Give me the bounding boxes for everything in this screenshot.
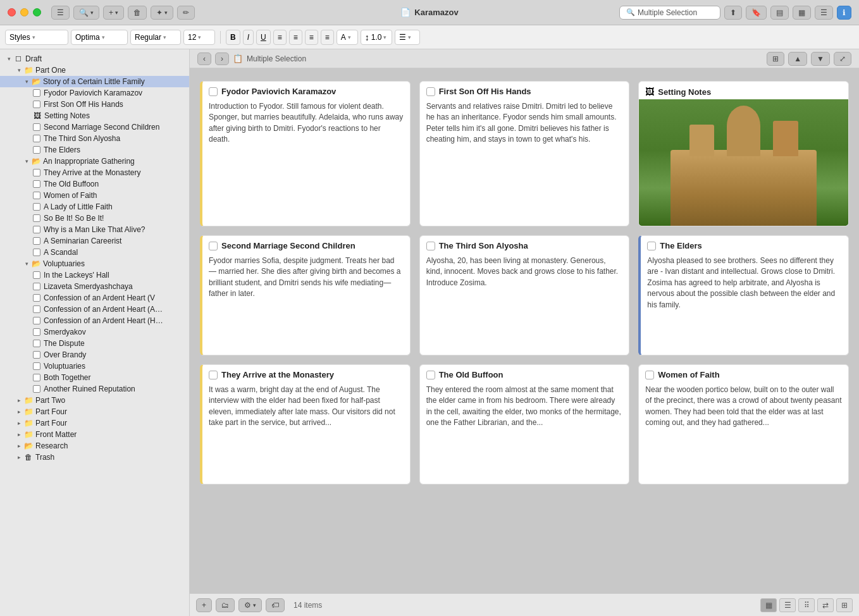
sidebar-item-setting-notes[interactable]: 🖼 Setting Notes [0, 110, 189, 121]
view-btn-corkboard[interactable]: ⊞ [836, 598, 853, 612]
line-height-select[interactable]: ↕ 1.0 ▾ [361, 30, 392, 45]
card-first-son-checkbox[interactable] [426, 87, 435, 96]
format-button[interactable]: ✦ ▾ [151, 6, 173, 20]
sidebar-item-both-together[interactable]: Both Together [0, 372, 189, 383]
add-folder-button[interactable]: 🗂 [216, 598, 235, 612]
align-left-button[interactable]: ≡ [273, 30, 287, 45]
sidebar-icon: ☰ [57, 8, 64, 17]
sidebar-item-second-marriage[interactable]: Second Marriage Second Children [0, 121, 189, 133]
sidebar-item-scandal[interactable]: A Scandal [0, 247, 189, 258]
sidebar-item-lizaveta[interactable]: Lizaveta Smerdyashchaya [0, 281, 189, 292]
align-justify-button[interactable]: ≡ [321, 30, 334, 45]
nav-back-button[interactable]: ‹ [197, 52, 211, 65]
sidebar-item-they-arrive[interactable]: They Arrive at the Monastery [0, 167, 189, 178]
sidebar-item-research[interactable]: ▸ 📂 Research [0, 440, 189, 452]
card-setting-image [639, 99, 848, 226]
minimize-button[interactable] [20, 8, 28, 16]
search-icon: 🔍 [79, 8, 89, 17]
sidebar-item-label: Another Ruined Reputation [44, 385, 135, 393]
sidebar-item-the-elders[interactable]: The Elders [0, 144, 189, 156]
card-women-faith-checkbox[interactable] [645, 371, 654, 379]
sidebar-item-dispute[interactable]: The Dispute [0, 338, 189, 349]
sidebar-item-seminarian[interactable]: A Seminarian Careerist [0, 235, 189, 247]
view-options-button[interactable]: ⊞ [767, 52, 784, 66]
view-toggle-button[interactable]: ▤ [770, 6, 789, 20]
sidebar-item-why-man[interactable]: Why is a Man Like That Alive? [0, 224, 189, 235]
sidebar-item-so-be-it[interactable]: So Be It! So Be It! [0, 213, 189, 224]
share-button[interactable]: ⬆ [724, 6, 742, 20]
bold-button[interactable]: B [226, 30, 240, 45]
sidebar-item-confession1[interactable]: Confession of an Ardent Heart (V [0, 292, 189, 304]
sidebar-item-label: Over Brandy [44, 350, 86, 359]
list-style-select[interactable]: ☰ ▾ [395, 30, 420, 45]
search-button[interactable]: 🔍 ▾ [73, 6, 99, 20]
card-women-faith-body: Near the wooden portico below, built on … [639, 382, 848, 484]
size-select[interactable]: 12 ▾ [183, 30, 215, 45]
sidebar-item-draft[interactable]: ▾ ☐ Draft [0, 53, 189, 65]
view-btn-list[interactable]: ☰ [779, 598, 796, 612]
tag-button[interactable]: 🏷 [266, 598, 285, 612]
view-btn-grid[interactable]: ▦ [760, 598, 777, 612]
sidebar-item-voluptuaries-folder[interactable]: ▾ 📂 Voluptuaries [0, 258, 189, 269]
sidebar-item-part-four[interactable]: ▸ 📁 Part Four [0, 417, 189, 429]
content-area: Fyodor Paviovich Karamazov Introduction … [190, 68, 859, 593]
sidebar-item-another-ruined[interactable]: Another Ruined Reputation [0, 383, 189, 395]
sort-up-button[interactable]: ▲ [788, 52, 807, 66]
sidebar-item-third-son[interactable]: The Third Son Alyosha [0, 133, 189, 144]
sidebar-item-front-matter[interactable]: ▸ 📁 Front Matter [0, 429, 189, 440]
card-old-buffoon-checkbox[interactable] [426, 371, 435, 379]
research-toggle-icon: ▸ [15, 442, 23, 450]
card-they-arrive-checkbox[interactable] [209, 371, 218, 379]
align-center-button[interactable]: ≡ [289, 30, 302, 45]
sidebar-item-part-three[interactable]: ▸ 📁 Part Four [0, 406, 189, 417]
sidebar-item-confession3[interactable]: Confession of an Ardent Heart (H… [0, 315, 189, 326]
edit-button[interactable]: ✏ [177, 6, 195, 20]
view-btn-split[interactable]: ⇄ [817, 598, 834, 612]
weight-select[interactable]: Regular ▾ [130, 30, 181, 45]
sort-down-button[interactable]: ▼ [811, 52, 830, 66]
settings-btn[interactable]: ⚙ ▾ [238, 598, 262, 612]
close-button[interactable] [8, 8, 16, 16]
sidebar-item-label: Front Matter [35, 430, 77, 439]
sidebar-item-label: Voluptuaries [44, 362, 85, 371]
card-second-marriage-checkbox[interactable] [209, 242, 218, 250]
sidebar-item-inappropriate[interactable]: ▾ 📂 An Inappropriate Gathering [0, 156, 189, 167]
sidebar-item-part-one[interactable]: ▾ 📁 Part One [0, 65, 189, 76]
sidebar-toggle-button[interactable]: ☰ [51, 6, 70, 20]
sidebar-item-part-two[interactable]: ▸ 📁 Part Two [0, 395, 189, 406]
sidebar-item-lady-faith[interactable]: A Lady of Little Faith [0, 201, 189, 213]
view-btn-outline[interactable]: ⠿ [798, 598, 815, 612]
add-button[interactable]: + ▾ [103, 6, 124, 20]
grid-view-button[interactable]: ▦ [793, 6, 811, 20]
bookmark-button[interactable]: 🔖 [746, 6, 767, 20]
sidebar-item-smerdyakov[interactable]: Smerdyakov [0, 326, 189, 338]
sidebar-item-brandy[interactable]: Over Brandy [0, 349, 189, 360]
italic-button[interactable]: I [243, 30, 254, 45]
font-select[interactable]: Optima ▾ [71, 30, 128, 45]
folder-open2-icon: 📂 [32, 157, 40, 166]
styles-select[interactable]: Styles ▾ [5, 30, 68, 45]
sidebar-item-lackeys[interactable]: In the Lackeys' Hall [0, 269, 189, 281]
delete-button[interactable]: 🗑 [128, 6, 147, 20]
sidebar-item-story-certain[interactable]: ▾ 📂 Story of a Certain Little Family [0, 76, 189, 87]
expand-button[interactable]: ⤢ [834, 52, 851, 66]
sidebar-item-trash[interactable]: ▸ 🗑 Trash [0, 452, 189, 463]
align-right-button[interactable]: ≡ [305, 30, 318, 45]
list-view-button[interactable]: ☰ [815, 6, 833, 20]
sidebar-item-confession2[interactable]: Confession of an Ardent Heart (A… [0, 304, 189, 315]
sidebar-item-voluptuaries-doc[interactable]: Voluptuaries [0, 360, 189, 372]
add-item-button[interactable]: + [196, 598, 212, 612]
sidebar-item-fyodor[interactable]: Fyodor Paviovich Karamazov [0, 87, 189, 99]
underline-button[interactable]: U [256, 30, 271, 45]
card-elders-checkbox[interactable] [647, 242, 656, 250]
maximize-button[interactable] [33, 8, 41, 16]
multi-selection-search[interactable]: 🔍 Multiple Selection [619, 6, 720, 20]
sidebar-item-old-buffoon[interactable]: The Old Buffoon [0, 178, 189, 190]
text-color-select[interactable]: A ▾ [337, 30, 358, 45]
nav-forward-button[interactable]: › [215, 52, 229, 65]
card-fyodor-checkbox[interactable] [209, 87, 218, 96]
sidebar-item-first-son[interactable]: First Son Off His Hands [0, 99, 189, 110]
card-third-son-checkbox[interactable] [426, 242, 435, 250]
sidebar-item-women-faith[interactable]: Women of Faith [0, 190, 189, 201]
info-button[interactable]: ℹ [837, 6, 851, 20]
